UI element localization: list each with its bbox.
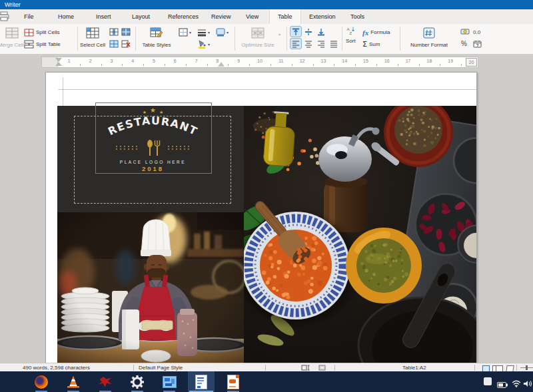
split-cells-button[interactable]: Split Cells xyxy=(24,27,60,37)
select-cell-button[interactable]: Select Cell xyxy=(75,25,110,52)
indent-marker-bottom[interactable] xyxy=(55,62,62,66)
ruler-tick xyxy=(398,64,398,66)
ribbon-separator xyxy=(235,27,235,51)
decimal-format-button[interactable]: 0.0 xyxy=(473,27,480,37)
select-row-button[interactable] xyxy=(121,27,131,37)
tab-table[interactable]: Table xyxy=(269,9,301,24)
table-cell-reference[interactable]: Table1:A2 xyxy=(402,365,426,371)
delete-table-icon xyxy=(121,40,131,48)
ruler-tick xyxy=(270,64,271,66)
date-format-button[interactable] xyxy=(472,39,482,49)
tab-view[interactable]: View xyxy=(238,9,266,24)
tab-insert[interactable]: Insert xyxy=(88,9,119,24)
writer-icon xyxy=(195,375,207,389)
battery-icon[interactable] xyxy=(497,379,508,391)
align-center-button[interactable] xyxy=(303,39,314,49)
formula-button[interactable]: fx Formula xyxy=(362,27,390,37)
ribbon-separator xyxy=(135,27,136,51)
select-column-button[interactable] xyxy=(109,27,119,37)
align-top-button[interactable] xyxy=(290,27,301,37)
tab-review[interactable]: Review xyxy=(203,9,239,24)
align-bottom-button[interactable] xyxy=(316,27,326,37)
align-center-icon xyxy=(304,40,312,48)
taskbar xyxy=(0,371,533,392)
table-boundary-line xyxy=(58,89,476,90)
document-workspace[interactable]: ★★★ RESTAURANT xyxy=(0,69,533,363)
border-style-dropdown[interactable]: ▾ xyxy=(197,27,210,37)
tab-stop-marker[interactable] xyxy=(218,62,225,67)
spoon-fork-icon xyxy=(143,139,163,156)
vlc-icon xyxy=(67,376,79,388)
zoom-slider-handle[interactable] xyxy=(526,365,528,370)
tab-file[interactable]: File xyxy=(16,9,42,24)
tab-tools[interactable]: Tools xyxy=(342,9,372,24)
spices-photo[interactable] xyxy=(244,106,476,363)
document-page[interactable]: ★★★ RESTAURANT xyxy=(45,72,477,363)
ribbon-separator xyxy=(342,27,342,51)
taskbar-settings-button[interactable] xyxy=(124,371,151,392)
ruler-number: 10 xyxy=(257,59,263,63)
right-margin-indicator[interactable]: 20 xyxy=(466,58,477,67)
taskbar-vlc-button[interactable] xyxy=(60,371,87,392)
table-styles-icon xyxy=(138,27,175,41)
ruler-number: 11 xyxy=(278,59,283,63)
taskbar-writer-button[interactable] xyxy=(188,371,215,392)
align-left-button[interactable] xyxy=(290,39,301,49)
formula-icon: fx xyxy=(362,29,368,37)
taskbar-red-app-button[interactable] xyxy=(92,371,119,392)
borders-dropdown[interactable]: ▾ xyxy=(179,27,191,37)
align-justify-button[interactable] xyxy=(328,39,339,49)
dotted-ornament xyxy=(116,146,139,150)
chef-photo[interactable] xyxy=(57,212,244,363)
tab-home[interactable]: Home xyxy=(50,9,82,24)
ruler-tick xyxy=(376,64,377,66)
touch-keyboard-icon[interactable] xyxy=(484,377,492,385)
logo-utensils xyxy=(95,139,211,156)
window-title: Writer xyxy=(5,1,21,8)
select-table-button[interactable] xyxy=(109,39,119,49)
sum-button[interactable]: Σ Sum xyxy=(362,39,380,49)
ruler-number: 18 xyxy=(426,59,432,63)
statusbar-separator xyxy=(474,365,475,371)
align-vertical-center-icon xyxy=(304,28,312,36)
table-styles-button[interactable]: Table Styles xyxy=(138,25,175,52)
horizontal-ruler[interactable]: 12345678910111213141516171819 20 xyxy=(41,57,478,68)
ruler-tick xyxy=(419,64,420,66)
volume-icon[interactable] xyxy=(524,378,532,390)
currency-format-button[interactable] xyxy=(460,27,470,37)
ruler-tick xyxy=(101,64,102,66)
sort-button[interactable]: A↓ Z Sort xyxy=(346,27,356,44)
split-table-button[interactable]: Split Table xyxy=(24,39,61,49)
number-format-button[interactable]: Number Format xyxy=(405,25,453,52)
ruler-tick xyxy=(292,64,292,66)
taskbar-photos-button[interactable] xyxy=(156,371,183,392)
ruler-number: 3 xyxy=(110,59,113,63)
ruler-number: 6 xyxy=(174,59,177,63)
menu-tab-bar: File Home Insert Layout References Revie… xyxy=(0,9,533,25)
ruler-tick xyxy=(313,64,314,66)
ruler-number: 13 xyxy=(320,59,326,63)
border-color-dropdown[interactable]: ▾ xyxy=(216,27,229,37)
print-icon[interactable] xyxy=(0,11,10,22)
page-style[interactable]: Default Page Style xyxy=(139,365,183,371)
word-count[interactable]: 490 words, 2,598 characters xyxy=(23,365,90,371)
ruler-tick xyxy=(165,64,165,66)
wifi-icon[interactable] xyxy=(512,378,521,390)
tab-extension[interactable]: Extension xyxy=(301,9,344,24)
align-right-button[interactable] xyxy=(316,39,326,49)
taskbar-impress-button[interactable] xyxy=(220,371,247,392)
ruler-tick xyxy=(143,64,144,66)
optimize-size-button[interactable]: Optimize Size xyxy=(239,25,277,52)
percent-format-button[interactable]: % xyxy=(461,39,467,49)
taskbar-firefox-button[interactable] xyxy=(28,371,55,392)
logo-image[interactable]: ★★★ RESTAURANT xyxy=(57,100,244,212)
tab-layout[interactable]: Layout xyxy=(124,9,158,24)
tab-references[interactable]: References xyxy=(160,9,207,24)
align-left-icon xyxy=(292,40,300,48)
align-vertical-center-button[interactable] xyxy=(303,27,314,37)
delete-table-button[interactable] xyxy=(121,39,131,49)
optimize-size-dropdown[interactable]: ▾ xyxy=(278,32,280,37)
title-bar: Writer xyxy=(0,0,533,9)
optimize-size-icon xyxy=(239,27,277,41)
background-color-dropdown[interactable]: ▾ xyxy=(197,39,210,49)
